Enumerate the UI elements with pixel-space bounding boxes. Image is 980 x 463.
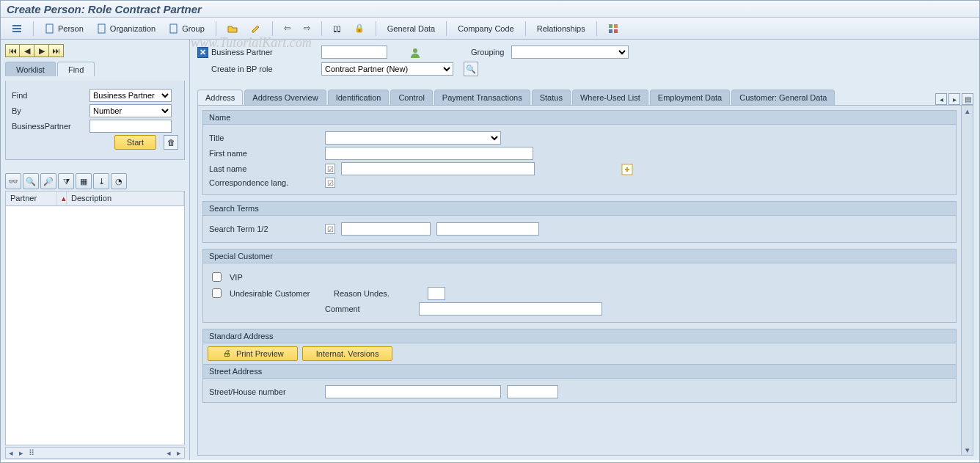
arrow-right-icon[interactable]: ⇨ — [299, 21, 315, 37]
tree-icon[interactable]: 🕮 — [328, 21, 346, 37]
expand-icon[interactable] — [621, 164, 632, 174]
tab-status[interactable]: Status — [532, 90, 571, 105]
general-data-label: General Data — [387, 24, 435, 33]
start-label: Start — [127, 138, 144, 147]
street-label: Street/House number — [209, 387, 319, 396]
title-select[interactable] — [325, 131, 501, 145]
relationships-button[interactable]: Relationships — [532, 21, 590, 37]
tab-address[interactable]: Address — [197, 90, 243, 105]
tab-worklist[interactable]: Worklist — [5, 62, 56, 76]
svg-rect-9 — [614, 29, 618, 33]
last-icon[interactable]: ⏭ — [49, 44, 64, 57]
grouping-select[interactable] — [511, 45, 629, 59]
trash-icon[interactable]: 🗑 — [164, 135, 178, 150]
general-data-button[interactable]: General Data — [382, 21, 440, 37]
comment-input[interactable] — [419, 302, 602, 316]
start-button[interactable]: Start — [114, 135, 156, 150]
table-icon[interactable]: ▦ — [76, 173, 92, 189]
role-select[interactable]: Contract Partner (New) — [321, 62, 453, 76]
search-term2-input[interactable] — [436, 222, 539, 236]
street-address-title: Street Address — [203, 364, 956, 379]
find-next-icon[interactable]: 🔎 — [40, 173, 56, 189]
role-search-icon[interactable]: 🔍 — [464, 62, 478, 76]
tab-scroll-left-icon[interactable]: ◂ — [935, 93, 947, 105]
print-icon: 🖨 — [222, 349, 232, 359]
edit-icon[interactable] — [246, 21, 266, 37]
reason-input[interactable] — [428, 287, 445, 300]
content-vscroll[interactable]: ▴ ▾ — [962, 105, 973, 456]
person-label: Person — [58, 24, 84, 33]
vip-checkbox[interactable] — [212, 272, 222, 282]
bp-number-input[interactable] — [321, 45, 387, 59]
group-search-title: Search Terms — [203, 202, 956, 216]
overview-icon[interactable] — [603, 21, 624, 37]
main-toolbar: Person Organization Group ⇦ ⇨ 🕮 🔒 Genera… — [1, 18, 979, 40]
arrow-left-icon[interactable]: ⇦ — [279, 21, 296, 37]
col-description[interactable]: Description — [67, 192, 184, 205]
last-name-input[interactable] — [341, 162, 535, 175]
house-number-input[interactable] — [507, 385, 558, 398]
col-partner[interactable]: Partner — [6, 192, 57, 205]
internat-versions-button[interactable]: Internat. Versions — [302, 346, 393, 361]
tab-address-overview-label: Address Overview — [252, 93, 318, 102]
filter-icon[interactable]: ⧩ — [58, 173, 74, 189]
prev-icon[interactable]: ◀ — [20, 44, 34, 57]
print-preview-button[interactable]: 🖨Print Preview — [208, 346, 298, 361]
close-icon[interactable]: ✕ — [197, 47, 208, 58]
scroll-up-icon[interactable]: ▴ — [962, 106, 973, 116]
col-marker: ▴ — [57, 192, 67, 205]
tab-control-label: Control — [398, 93, 424, 102]
scroll-right2-icon[interactable]: ▸ — [174, 448, 184, 458]
lock-icon[interactable]: 🔒 — [349, 21, 370, 37]
tab-customer[interactable]: Customer: General Data — [731, 90, 835, 105]
group-button[interactable]: Group — [164, 21, 210, 37]
menu-icon[interactable] — [7, 21, 27, 37]
businesspartner-input[interactable] — [89, 120, 172, 133]
result-toolbar: 👓 🔍 🔎 ⧩ ▦ ⤓ ◔ — [5, 173, 185, 189]
required-icon: ☑ — [325, 178, 335, 188]
tab-address-overview[interactable]: Address Overview — [244, 90, 326, 105]
tab-list-icon[interactable]: ▤ — [962, 93, 973, 105]
required-icon: ☑ — [325, 164, 335, 174]
by-select[interactable]: Number — [89, 104, 172, 117]
tab-employment-label: Employment Data — [658, 93, 722, 102]
scroll-left-icon[interactable]: ◂ — [6, 448, 16, 458]
chart-icon[interactable]: ◔ — [111, 173, 127, 189]
person-button[interactable]: Person — [40, 21, 89, 37]
scroll-left2-icon[interactable]: ◂ — [164, 448, 174, 458]
tab-find[interactable]: Find — [57, 62, 95, 76]
find-icon[interactable]: 🔍 — [23, 173, 39, 189]
tab-scroll-right-icon[interactable]: ▸ — [948, 93, 960, 105]
tab-control[interactable]: Control — [390, 90, 432, 105]
tab-where-used[interactable]: Where-Used List — [572, 90, 648, 105]
scroll-right-icon[interactable]: ▸ — [16, 448, 26, 458]
next-icon[interactable]: ▶ — [34, 44, 49, 57]
reason-label: Reason Undes. — [334, 289, 422, 298]
tab-address-label: Address — [205, 93, 235, 102]
scroll-drag-icon[interactable]: ⠿ — [26, 448, 37, 458]
tab-identification[interactable]: Identification — [328, 90, 390, 105]
open-icon[interactable] — [222, 21, 243, 37]
first-name-input[interactable] — [325, 147, 533, 160]
svg-rect-2 — [12, 31, 21, 32]
first-icon[interactable]: ⏮ — [5, 44, 20, 57]
role-label: Create in BP role — [211, 65, 314, 73]
grouping-label: Grouping — [471, 48, 504, 56]
street-input[interactable] — [325, 385, 501, 398]
search-term1-input[interactable] — [341, 222, 431, 236]
tab-find-label: Find — [68, 65, 84, 74]
find-select[interactable]: Business Partner — [89, 89, 172, 102]
glasses-icon[interactable]: 👓 — [5, 173, 21, 189]
export-icon[interactable]: ⤓ — [93, 173, 109, 189]
result-hscroll[interactable]: ◂▸⠿ ◂▸ — [5, 447, 185, 459]
organization-button[interactable]: Organization — [92, 21, 161, 37]
company-code-button[interactable]: Company Code — [453, 21, 519, 37]
tab-payment-label: Payment Transactions — [442, 93, 522, 102]
tab-payment[interactable]: Payment Transactions — [434, 90, 530, 105]
svg-rect-0 — [12, 25, 21, 26]
by-label: By — [12, 106, 85, 115]
undesirable-checkbox[interactable] — [212, 288, 222, 298]
last-name-label: Last name — [209, 164, 319, 173]
tab-employment[interactable]: Employment Data — [650, 90, 730, 105]
scroll-down-icon[interactable]: ▾ — [962, 445, 973, 455]
